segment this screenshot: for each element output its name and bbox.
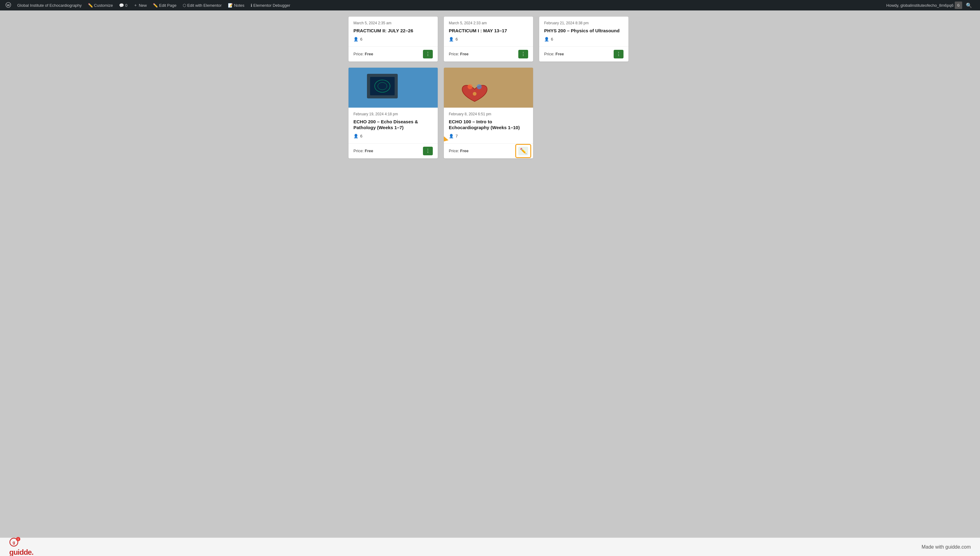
wp-logo-item[interactable]: W bbox=[2, 0, 14, 10]
student-count: 7 bbox=[456, 134, 458, 138]
card-footer-annotated: Price: Free ✏️ ⋮ bbox=[444, 143, 533, 158]
svg-point-7 bbox=[375, 86, 380, 89]
debugger-icon: ℹ bbox=[251, 3, 252, 8]
card-menu-button[interactable]: ⋮ bbox=[614, 50, 624, 58]
course-card-practicum1: March 5, 2024 2:33 am PRACTICUM I : MAY … bbox=[444, 16, 533, 61]
card-students: 👤 6 bbox=[544, 37, 624, 42]
svg-rect-2 bbox=[349, 68, 438, 108]
svg-rect-3 bbox=[358, 72, 398, 103]
elementor-debugger-item[interactable]: ℹ Elementor Debugger bbox=[247, 0, 293, 10]
svg-point-12 bbox=[467, 84, 472, 89]
card-date: March 5, 2024 2:33 am bbox=[449, 21, 528, 25]
comments-item[interactable]: 💬 0 bbox=[116, 0, 130, 10]
card-row-1: March 5, 2024 2:35 am PRACTICUM II: JULY… bbox=[349, 16, 631, 61]
student-count: 6 bbox=[551, 37, 553, 42]
course-card-echo200: February 19, 2024 4:18 pm ECHO 200 – Ech… bbox=[349, 68, 438, 158]
price-value: Free bbox=[460, 149, 469, 153]
plus-icon: ＋ bbox=[134, 2, 137, 8]
card-footer: Price: Free ⋮ bbox=[349, 47, 438, 61]
svg-point-13 bbox=[477, 84, 482, 89]
edit-pencil-icon[interactable]: ✏️ bbox=[520, 148, 527, 154]
card-body: February 19, 2024 4:18 pm ECHO 200 – Ech… bbox=[349, 108, 438, 143]
card-menu-button[interactable]: ⋮ bbox=[518, 50, 528, 58]
price-value: Free bbox=[556, 52, 564, 56]
search-icon[interactable]: 🔍 bbox=[964, 2, 975, 8]
card-date: February 8, 2024 6:51 pm bbox=[449, 112, 528, 116]
edit-page-label: Edit Page bbox=[159, 3, 176, 8]
notes-item[interactable]: 📝 Notes bbox=[225, 0, 247, 10]
made-with: Made with guidde.com bbox=[922, 544, 971, 550]
card-title: PHYS 200 – Physics of Ultrasound bbox=[544, 27, 624, 34]
course-card-phys200: February 21, 2024 8:38 pm PHYS 200 – Phy… bbox=[539, 16, 628, 61]
edit-page-item[interactable]: ✏️ Edit Page bbox=[150, 0, 180, 10]
card-students: 👤 6 bbox=[353, 134, 433, 138]
card-price: Price: Free bbox=[449, 149, 469, 153]
customize-item[interactable]: ✏️ Customize bbox=[85, 0, 116, 10]
price-value: Free bbox=[460, 52, 469, 56]
notes-label: Notes bbox=[234, 3, 244, 8]
course-card-echo100: February 8, 2024 6:51 pm ECHO 100 – Intr… bbox=[444, 68, 533, 158]
card-menu-button[interactable]: ⋮ bbox=[423, 147, 433, 155]
guidde-logo: g 1 guidde. bbox=[9, 538, 33, 556]
page-content: March 5, 2024 2:35 am PRACTICUM II: JULY… bbox=[0, 10, 980, 538]
bottom-bar: g 1 guidde. Made with guidde.com bbox=[0, 538, 980, 556]
card-body: February 8, 2024 6:51 pm ECHO 100 – Intr… bbox=[444, 108, 533, 143]
card-price: Price: Free bbox=[353, 149, 373, 153]
svg-rect-8 bbox=[404, 77, 422, 99]
person-icon: 👤 bbox=[449, 37, 454, 42]
card-title: ECHO 200 – Echo Diseases & Pathology (We… bbox=[353, 119, 433, 131]
elementor-icon: ⬡ bbox=[183, 3, 186, 8]
new-item[interactable]: ＋ New bbox=[130, 0, 150, 10]
guidde-wordmark: guidde. bbox=[9, 548, 33, 556]
card-body: March 5, 2024 2:35 am PRACTICUM II: JULY… bbox=[349, 16, 438, 47]
site-name-item[interactable]: Global Institute of Echocardiography bbox=[14, 0, 85, 10]
card-title: ECHO 100 – Intro to Echocardiography (We… bbox=[449, 119, 528, 131]
admin-bar: W Global Institute of Echocardiography ✏… bbox=[0, 0, 980, 10]
card-date: February 19, 2024 4:18 pm bbox=[353, 112, 433, 116]
card-menu-button[interactable]: ⋮ bbox=[423, 50, 433, 58]
site-name-label: Global Institute of Echocardiography bbox=[17, 3, 82, 8]
person-icon: 👤 bbox=[353, 37, 358, 42]
student-count: 6 bbox=[456, 37, 458, 42]
card-price: Price: Free bbox=[449, 52, 469, 56]
svg-text:g: g bbox=[13, 540, 15, 545]
svg-rect-9 bbox=[406, 80, 421, 95]
person-icon: 👤 bbox=[544, 37, 549, 42]
card-price: Price: Free bbox=[544, 52, 564, 56]
person-icon: 👤 bbox=[449, 134, 454, 138]
svg-point-5 bbox=[367, 79, 388, 96]
debugger-label: Elementor Debugger bbox=[254, 3, 290, 8]
edit-elementor-label: Edit with Elementor bbox=[187, 3, 222, 8]
svg-text:W: W bbox=[7, 3, 10, 6]
edit-elementor-item[interactable]: ⬡ Edit with Elementor bbox=[180, 0, 225, 10]
edit-page-icon: ✏️ bbox=[153, 3, 158, 8]
wp-icon: W bbox=[5, 2, 11, 9]
price-value: Free bbox=[365, 52, 373, 56]
student-count: 6 bbox=[360, 134, 362, 138]
badge-number: 1 bbox=[16, 537, 20, 541]
card-body: March 5, 2024 2:33 am PRACTICUM I : MAY … bbox=[444, 16, 533, 47]
guidde-badge: g 1 bbox=[9, 538, 18, 548]
card-title: PRACTICUM I : MAY 13–17 bbox=[449, 27, 528, 34]
svg-rect-11 bbox=[444, 68, 533, 108]
card-body: February 21, 2024 8:38 pm PHYS 200 – Phy… bbox=[539, 16, 628, 47]
person-icon: 👤 bbox=[353, 134, 358, 138]
card-date: March 5, 2024 2:35 am bbox=[353, 21, 433, 25]
price-value: Free bbox=[365, 149, 373, 153]
student-count: 6 bbox=[360, 37, 362, 42]
card-title: PRACTICUM II: JULY 22–26 bbox=[353, 27, 433, 34]
card-footer: Price: Free ⋮ bbox=[444, 47, 533, 61]
card-date: February 21, 2024 8:38 pm bbox=[544, 21, 624, 25]
guidde-text: guidde. bbox=[9, 548, 33, 556]
course-card-practicum2: March 5, 2024 2:35 am PRACTICUM II: JULY… bbox=[349, 16, 438, 61]
user-avatar[interactable]: G bbox=[955, 2, 962, 9]
edit-button-highlight: ✏️ bbox=[515, 144, 531, 158]
comments-count: 0 bbox=[125, 3, 127, 8]
admin-bar-right: Howdy, globalinstituteofecho_8m6pq6 G 🔍 bbox=[883, 2, 978, 9]
card-price: Price: Free bbox=[353, 52, 373, 56]
svg-point-6 bbox=[372, 83, 384, 92]
card-footer: Price: Free ⋮ bbox=[539, 47, 628, 61]
card-grid: March 5, 2024 2:35 am PRACTICUM II: JULY… bbox=[342, 16, 638, 158]
svg-point-14 bbox=[473, 92, 477, 95]
card-image-echo100 bbox=[444, 68, 533, 108]
